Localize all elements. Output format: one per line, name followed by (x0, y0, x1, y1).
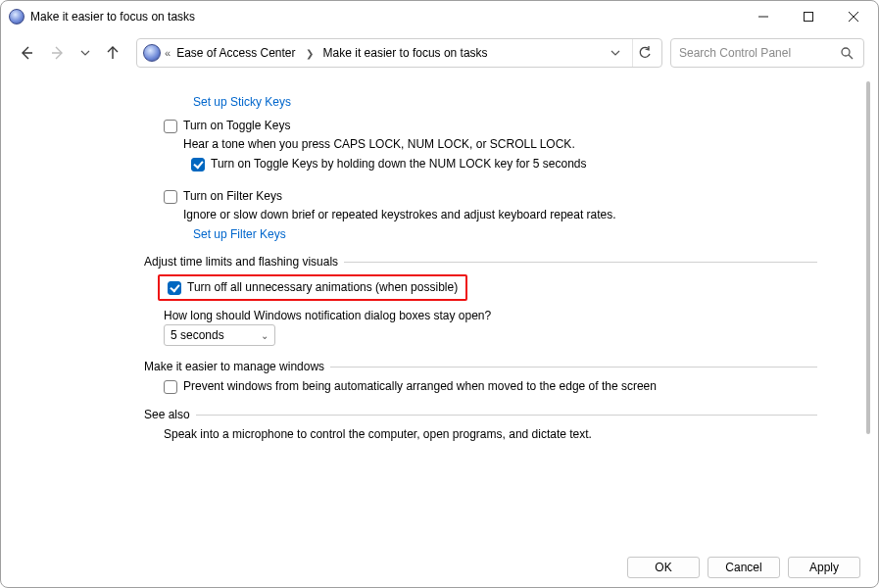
speech-desc: Speak into a microphone to control the c… (164, 427, 817, 441)
button-bar: OK Cancel Apply (1, 554, 878, 587)
scrollbar[interactable] (866, 81, 870, 546)
search-placeholder: Search Control Panel (679, 46, 840, 60)
up-button[interactable] (101, 41, 124, 65)
prevent-arrange-checkbox[interactable] (164, 380, 177, 394)
group-seealso-header: See also (144, 408, 817, 421)
svg-line-8 (849, 55, 853, 59)
arrow-right-icon (49, 44, 67, 62)
toggle-keys-numlock-checkbox[interactable] (191, 158, 205, 172)
toggle-keys-row: Turn on Toggle Keys (164, 119, 817, 133)
group-time-header: Adjust time limits and flashing visuals (144, 255, 817, 269)
toggle-keys-numlock-row: Turn on Toggle Keys by holding down the … (191, 157, 817, 172)
scrollbar-thumb[interactable] (866, 81, 870, 434)
search-input[interactable]: Search Control Panel (670, 38, 864, 68)
ok-button[interactable]: OK (627, 557, 700, 578)
back-button[interactable] (15, 41, 38, 65)
close-button[interactable] (831, 2, 876, 31)
filter-keys-link-row: Set up Filter Keys (193, 227, 817, 241)
filter-keys-row: Turn on Filter Keys (164, 189, 817, 204)
prevent-arrange-row: Prevent windows from being automatically… (164, 379, 817, 394)
breadcrumb-overflow-icon: « (165, 47, 169, 59)
set-up-filter-keys-link[interactable]: Set up Filter Keys (193, 227, 286, 241)
search-icon (840, 46, 855, 60)
toggle-keys-checkbox[interactable] (164, 120, 177, 133)
breadcrumb-item-parent[interactable]: Ease of Access Center (172, 46, 299, 60)
prevent-arrange-label: Prevent windows from being automatically… (183, 379, 657, 393)
notification-duration-dropdown[interactable]: 5 seconds ⌄ (164, 324, 275, 346)
group-windows-title: Make it easier to manage windows (144, 360, 324, 373)
chevron-down-icon (610, 48, 620, 58)
group-seealso-title: See also (144, 408, 190, 421)
filter-keys-desc: Ignore or slow down brief or repeated ke… (183, 208, 817, 221)
animations-row: Turn off all unnecessary animations (whe… (168, 280, 458, 295)
chevron-right-icon: ❯ (304, 48, 316, 59)
toggle-keys-label: Turn on Toggle Keys (183, 119, 290, 132)
toggle-keys-desc: Hear a tone when you press CAPS LOCK, NU… (183, 137, 817, 151)
chevron-down-icon: ⌄ (261, 330, 269, 341)
nav-arrows (15, 41, 124, 65)
sticky-keys-link-row: Set up Sticky Keys (193, 95, 817, 109)
turn-off-animations-label: Turn off all unnecessary animations (whe… (187, 280, 458, 294)
group-windows-header: Make it easier to manage windows (144, 360, 817, 373)
breadcrumb[interactable]: « Ease of Access Center ❯ Make it easier… (136, 38, 662, 68)
minimize-icon (758, 12, 768, 22)
divider (196, 415, 817, 416)
content-area: Set up Sticky Keys Turn on Toggle Keys H… (7, 74, 872, 554)
maximize-button[interactable] (786, 2, 831, 31)
refresh-button[interactable] (632, 39, 656, 67)
breadcrumb-icon (143, 44, 161, 62)
arrow-left-icon (18, 44, 35, 62)
refresh-icon (638, 46, 652, 60)
notification-duration-value: 5 seconds (171, 328, 257, 342)
breadcrumb-dropdown-button[interactable] (610, 48, 628, 58)
set-up-sticky-keys-link[interactable]: Set up Sticky Keys (193, 95, 291, 109)
divider (330, 367, 817, 368)
cancel-button[interactable]: Cancel (708, 557, 780, 578)
close-icon (849, 12, 858, 22)
window-controls (741, 2, 876, 31)
notification-duration-label: How long should Windows notification dia… (164, 309, 817, 322)
titlebar: Make it easier to focus on tasks (1, 1, 878, 32)
divider (344, 262, 817, 263)
window-title: Make it easier to focus on tasks (30, 10, 195, 24)
window-frame: Make it easier to focus on tasks (0, 0, 879, 588)
maximize-icon (804, 12, 813, 22)
nav-row: « Ease of Access Center ❯ Make it easier… (1, 32, 878, 70)
toggle-keys-numlock-label: Turn on Toggle Keys by holding down the … (211, 157, 587, 171)
group-time-title: Adjust time limits and flashing visuals (144, 255, 338, 269)
highlight-annotation: Turn off all unnecessary animations (whe… (158, 274, 467, 301)
arrow-up-icon (104, 44, 122, 62)
forward-button[interactable] (46, 41, 70, 65)
filter-keys-checkbox[interactable] (164, 190, 177, 204)
turn-off-animations-checkbox[interactable] (168, 281, 181, 295)
app-icon (9, 9, 24, 24)
svg-point-7 (842, 48, 850, 56)
apply-button[interactable]: Apply (788, 557, 860, 578)
recent-locations-button[interactable] (77, 41, 93, 65)
minimize-button[interactable] (741, 2, 786, 31)
chevron-down-icon (80, 48, 90, 58)
breadcrumb-item-current[interactable]: Make it easier to focus on tasks (319, 46, 492, 60)
filter-keys-label: Turn on Filter Keys (183, 189, 282, 203)
svg-rect-1 (805, 13, 813, 22)
content-scroll: Set up Sticky Keys Turn on Toggle Keys H… (7, 74, 856, 554)
